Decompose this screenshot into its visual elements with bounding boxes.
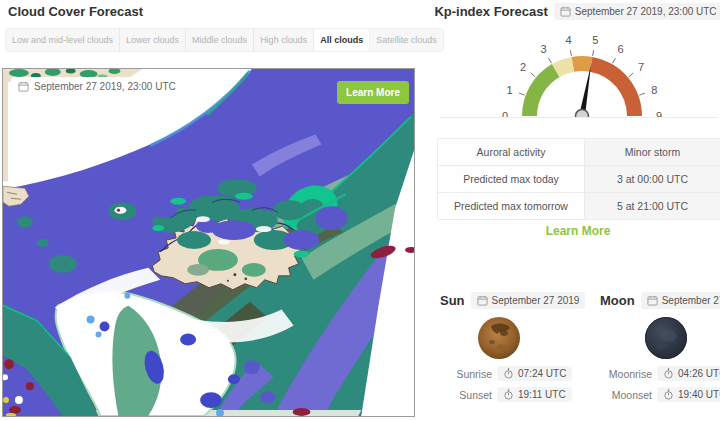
map-learn-more-button[interactable]: Learn More: [337, 81, 409, 104]
tab-all-clouds[interactable]: All clouds: [314, 29, 370, 51]
moonset-time: 19:40 UTC: [678, 389, 720, 400]
kp-title: Kp-index Forecast: [434, 4, 547, 19]
svg-text:7: 7: [638, 61, 644, 73]
moon-header: Moon September 27 2019: [600, 291, 720, 309]
sun-date-badge: September 27 2019: [471, 292, 586, 309]
cloud-tabbar: Low and mid-level clouds Lower clouds Mi…: [5, 28, 444, 52]
kp-forecast-table: Auroral activity Minor storm Predicted m…: [437, 138, 720, 220]
kp-gauge: 0123456789: [437, 26, 720, 118]
cloud-map-graphic: [3, 69, 414, 416]
cloud-cover-title: Cloud Cover Forecast: [8, 4, 143, 19]
row-label: Auroral activity: [438, 139, 585, 165]
sunrise-time-badge: 07:24 UTC: [497, 366, 572, 381]
sun-header: Sun September 27 2019: [440, 291, 600, 309]
moonrise-time-badge: 04:26 UTC: [657, 366, 720, 381]
sun-section: Sun September 27 2019: [440, 291, 600, 402]
cloud-cover-map[interactable]: September 27 2019, 23:00 UTC Learn More: [2, 68, 415, 417]
sunset-time: 19:11 UTC: [518, 389, 566, 400]
gauge-baseline: [440, 117, 718, 118]
svg-text:2: 2: [520, 61, 526, 73]
kp-header: Kp-index Forecast September 27 2019, 23:…: [437, 3, 720, 20]
sunrise-label: Sunrise: [440, 368, 492, 380]
row-value: 5 at 21:00 UTC: [585, 193, 720, 219]
tab-satellite-clouds[interactable]: Satellite clouds: [370, 29, 443, 51]
svg-text:3: 3: [540, 43, 546, 55]
moonset-row: Moonset 19:40 UTC: [600, 387, 720, 402]
svg-text:8: 8: [651, 84, 657, 96]
calendar-icon: [560, 6, 571, 17]
calendar-icon: [477, 295, 488, 306]
moonset-label: Moonset: [600, 389, 652, 401]
sun-image: [477, 316, 521, 360]
tab-middle-clouds[interactable]: Middle clouds: [186, 29, 254, 51]
sunset-row: Sunset 19:11 UTC: [440, 387, 600, 402]
map-datetime-badge: September 27 2019, 23:00 UTC: [11, 77, 183, 96]
kp-datetime-badge: September 27 2019, 23:00 UTC: [554, 3, 720, 20]
moon-title: Moon: [600, 293, 635, 308]
sunset-label: Sunset: [440, 389, 492, 401]
svg-text:4: 4: [566, 34, 572, 46]
clock-icon: [663, 368, 674, 379]
moon-section: Moon September 27 2019: [600, 291, 720, 402]
clock-icon: [503, 389, 514, 400]
svg-text:5: 5: [592, 34, 598, 46]
tab-high-clouds[interactable]: High clouds: [254, 29, 314, 51]
row-label: Predicted max tomorrow: [438, 193, 585, 219]
moonrise-time: 04:26 UTC: [678, 368, 720, 379]
map-datetime-text: September 27 2019, 23:00 UTC: [34, 81, 176, 92]
table-row: Auroral activity Minor storm: [438, 139, 720, 166]
moon-image: [644, 316, 688, 360]
svg-text:1: 1: [507, 84, 513, 96]
kp-learn-more-link[interactable]: Learn More: [437, 224, 719, 238]
kp-datetime-text: September 27 2019, 23:00 UTC: [575, 6, 717, 17]
row-value: 3 at 00:00 UTC: [585, 166, 720, 192]
tab-lower-clouds[interactable]: Lower clouds: [120, 29, 186, 51]
tab-low-and-mid-level-clouds[interactable]: Low and mid-level clouds: [6, 29, 120, 51]
sunrise-time: 07:24 UTC: [518, 368, 566, 379]
clock-icon: [663, 389, 674, 400]
svg-text:6: 6: [617, 43, 623, 55]
clock-icon: [503, 368, 514, 379]
sun-date-text: September 27 2019: [492, 295, 580, 306]
moon-date-badge: September 27 2019: [641, 292, 720, 309]
table-row: Predicted max today 3 at 00:00 UTC: [438, 166, 720, 193]
page: Cloud Cover Forecast Low and mid-level c…: [0, 0, 720, 421]
row-value: Minor storm: [585, 139, 720, 165]
sunset-time-badge: 19:11 UTC: [497, 387, 572, 402]
moonrise-label: Moonrise: [600, 368, 652, 380]
row-label: Predicted max today: [438, 166, 585, 192]
moonset-time-badge: 19:40 UTC: [657, 387, 720, 402]
calendar-icon: [647, 295, 658, 306]
sun-title: Sun: [440, 293, 465, 308]
moonrise-row: Moonrise 04:26 UTC: [600, 366, 720, 381]
table-row: Predicted max tomorrow 5 at 21:00 UTC: [438, 193, 720, 219]
calendar-icon: [18, 81, 29, 92]
sunrise-row: Sunrise 07:24 UTC: [440, 366, 600, 381]
moon-date-text: September 27 2019: [662, 295, 720, 306]
gauge-needle: [579, 65, 591, 117]
